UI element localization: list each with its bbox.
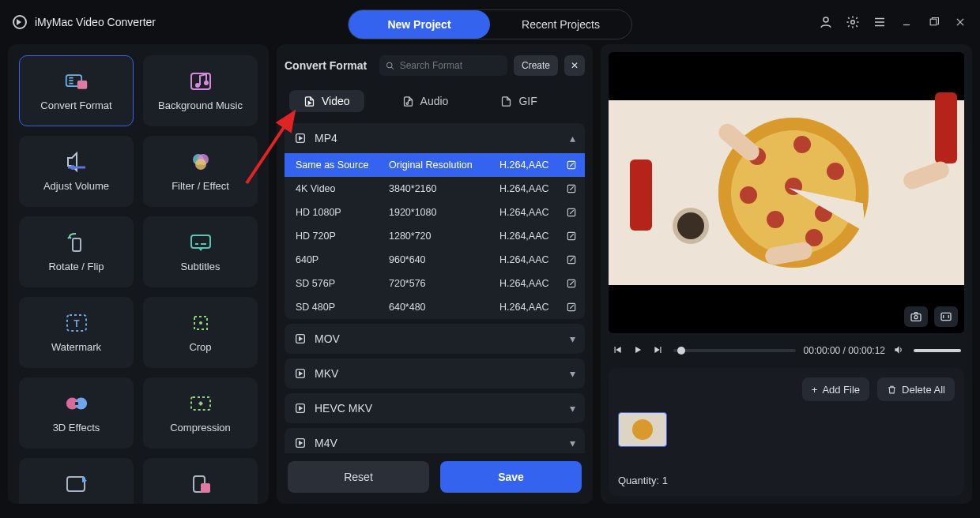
- screenshot-icon: [189, 474, 213, 494]
- format-group-mkv: MKV▾: [285, 358, 585, 388]
- filter-icon: [189, 152, 213, 172]
- preset-codec: H.264,AAC: [499, 207, 566, 218]
- volume-icon: [65, 152, 89, 172]
- search-icon: [386, 61, 394, 71]
- format-icon: [294, 437, 307, 449]
- prev-button[interactable]: [612, 344, 624, 357]
- preset-codec: H.264,AAC: [499, 183, 566, 194]
- file-thumbnail[interactable]: [618, 412, 667, 447]
- media-tab-audio[interactable]: Audio: [388, 90, 463, 112]
- play-button[interactable]: [632, 344, 645, 357]
- tool-adjust-volume[interactable]: Adjust Volume: [19, 136, 134, 207]
- window-maximize-icon[interactable]: [926, 15, 940, 29]
- preset-row[interactable]: 4K Video3840*2160H.264,AAC: [285, 177, 585, 201]
- tool-id3[interactable]: ID3: [19, 458, 134, 504]
- format-group-header[interactable]: M4V▾: [285, 428, 585, 453]
- app-logo-icon: [13, 15, 27, 29]
- preset-resolution: 3840*2160: [389, 183, 499, 194]
- create-format-button[interactable]: Create: [514, 55, 558, 76]
- tool-3d-effects[interactable]: 3D Effects: [19, 377, 134, 449]
- snapshot-button[interactable]: [904, 306, 928, 327]
- edit-preset-icon[interactable]: [566, 183, 577, 194]
- qty-text: Quantity:: [618, 475, 659, 486]
- tool-screenshot[interactable]: Screenshot: [143, 458, 258, 504]
- format-group-header[interactable]: MP4▴: [285, 123, 585, 153]
- file-list-area: +Add File Delete All Quantity: 1: [609, 368, 964, 496]
- audio-file-icon: [402, 96, 414, 107]
- settings-icon[interactable]: [846, 15, 860, 29]
- video-preview[interactable]: [609, 52, 964, 333]
- tool-subtitles[interactable]: Subtitles: [143, 216, 258, 287]
- tool-convert-format[interactable]: Convert Format: [19, 55, 134, 126]
- next-button[interactable]: [653, 344, 665, 357]
- volume-icon[interactable]: [893, 344, 906, 357]
- preset-row[interactable]: Same as SourceOriginal ResolutionH.264,A…: [285, 153, 585, 177]
- tool-compression[interactable]: Compression: [143, 377, 258, 449]
- format-group-m4v: M4V▾: [285, 428, 585, 453]
- tool-sidebar: Convert FormatBackground MusicAdjust Vol…: [8, 44, 269, 504]
- seek-track[interactable]: [673, 349, 796, 352]
- chevron-down-icon: ▾: [570, 402, 575, 415]
- tool-rotate-flip[interactable]: Rotate / Flip: [19, 216, 134, 287]
- tool-background-music[interactable]: Background Music: [143, 55, 258, 126]
- media-tab-video[interactable]: Video: [289, 90, 364, 112]
- svg-rect-40: [911, 314, 921, 321]
- format-group-hevc-mkv: HEVC MKV▾: [285, 393, 585, 423]
- media-tab-gif-label: GIF: [518, 95, 537, 107]
- format-group-header[interactable]: MKV▾: [285, 358, 585, 388]
- window-close-icon[interactable]: [953, 15, 967, 29]
- search-format[interactable]: [379, 55, 507, 76]
- tool-crop[interactable]: Crop: [143, 297, 258, 368]
- preset-row[interactable]: HD 720P1280*720H.264,AAC: [285, 224, 585, 248]
- format-group-header[interactable]: HEVC MKV▾: [285, 393, 585, 423]
- convert-panel: Convert Format Create ✕ Video Audio GIF …: [277, 44, 593, 504]
- preset-codec: H.264,AAC: [499, 231, 566, 242]
- volume-track[interactable]: [914, 349, 961, 352]
- tool-watermark[interactable]: TWatermark: [19, 297, 134, 368]
- project-tabs: New Project Recent Projects: [348, 9, 632, 39]
- preset-row[interactable]: 640P960*640H.264,AAC: [285, 248, 585, 272]
- tool-label: Watermark: [51, 341, 101, 353]
- close-search-button[interactable]: ✕: [564, 55, 585, 76]
- media-tab-gif[interactable]: GIF: [486, 90, 551, 112]
- edit-preset-icon[interactable]: [566, 302, 577, 313]
- format-group-name: M4V: [315, 437, 337, 449]
- delete-all-button[interactable]: Delete All: [877, 377, 955, 401]
- preset-row[interactable]: SD 480P640*480H.264,AAC: [285, 295, 585, 319]
- delete-all-label: Delete All: [902, 384, 945, 396]
- tab-new-project[interactable]: New Project: [349, 10, 490, 39]
- compress-icon: [189, 393, 213, 414]
- edit-preset-icon[interactable]: [566, 278, 577, 289]
- preset-name: HD 1080P: [296, 207, 389, 218]
- preview-panel: 00:00:00 / 00:00:12 +Add File Delete All…: [601, 44, 972, 504]
- tool-filter-effect[interactable]: Filter / Effect: [143, 136, 258, 207]
- window-minimize-icon[interactable]: [899, 15, 914, 29]
- convert-icon: [65, 71, 89, 92]
- format-group-header[interactable]: MOV▾: [285, 324, 585, 354]
- format-group-name: HEVC MKV: [315, 402, 372, 415]
- chevron-down-icon: ▾: [570, 332, 575, 345]
- add-file-button[interactable]: +Add File: [802, 377, 869, 401]
- format-group-mp4: MP4▴Same as SourceOriginal ResolutionH.2…: [285, 123, 585, 319]
- preset-row[interactable]: SD 576P720*576H.264,AAC: [285, 272, 585, 295]
- svg-rect-2: [930, 19, 937, 25]
- edit-preset-icon[interactable]: [566, 160, 577, 171]
- edit-preset-icon[interactable]: [566, 254, 577, 265]
- tool-label: Compression: [170, 422, 231, 434]
- plus-icon: +: [812, 384, 818, 396]
- reset-button[interactable]: Reset: [288, 461, 429, 493]
- menu-icon[interactable]: [873, 15, 887, 29]
- preset-name: 4K Video: [296, 183, 389, 194]
- preset-row[interactable]: HD 1080P1920*1080H.264,AAC: [285, 201, 585, 224]
- format-icon: [294, 402, 307, 415]
- edit-preset-icon[interactable]: [566, 207, 577, 218]
- search-format-input[interactable]: [400, 60, 501, 71]
- tab-recent-projects[interactable]: Recent Projects: [490, 10, 631, 39]
- edit-preset-icon[interactable]: [566, 231, 577, 242]
- preset-codec: H.264,AAC: [499, 160, 566, 171]
- save-button[interactable]: Save: [440, 461, 582, 493]
- fullscreen-button[interactable]: [934, 306, 958, 327]
- preset-resolution: 1280*720: [389, 231, 499, 242]
- tool-label: Filter / Effect: [172, 180, 229, 192]
- account-icon[interactable]: [819, 15, 833, 29]
